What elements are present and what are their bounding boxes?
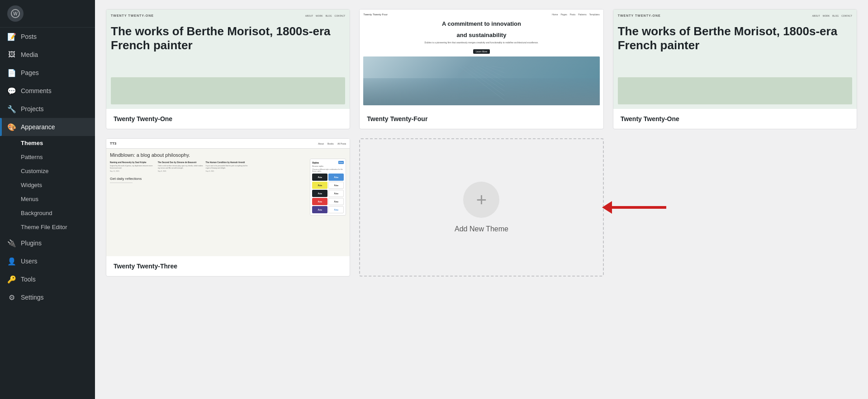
sidebar-item-appearance[interactable]: 🎨 Appearance — [0, 118, 95, 136]
add-theme-plus-icon: + — [463, 182, 499, 218]
ttf-building-image — [363, 56, 599, 105]
tti-nav-link-work: WORK — [316, 14, 323, 17]
style-swatch-light2: Aa● — [328, 190, 344, 197]
ttt-styles-title: Browse styles — [312, 165, 344, 167]
ttt-book-1: Naming and Necessity by Saul Kripke Insp… — [110, 161, 156, 172]
style-swatch-dark: Aa● — [312, 174, 327, 181]
ttt-book-2: The Second Sex by Simone de Beauvoir I f… — [158, 161, 204, 172]
tools-icon: 🔑 — [7, 275, 16, 284]
ttf-nav-brand: Twenty Twenty Four — [363, 13, 388, 16]
style-swatch-dark2: Aa● — [312, 190, 327, 197]
sidebar-item-pages-label: Pages — [21, 69, 39, 76]
sidebar-item-media-label: Media — [21, 51, 38, 58]
style-swatch-red: Aa● — [312, 198, 327, 205]
posts-icon: 📝 — [7, 32, 16, 41]
sidebar-item-projects-label: Projects — [21, 105, 44, 113]
ttt-styles-panel: Styles Beta Browse styles Choose a diffe… — [310, 159, 346, 216]
tti-nav-link-contact: CONTACT — [335, 14, 346, 17]
settings-icon: ⚙ — [7, 293, 16, 302]
style-swatch-light: Aa● — [328, 182, 344, 189]
theme-card-add-new[interactable]: + Add New Theme — [359, 138, 603, 277]
pages-icon: 📄 — [7, 68, 16, 77]
sidebar-item-patterns[interactable]: Patterns — [0, 150, 95, 164]
appearance-icon: 🎨 — [7, 122, 16, 131]
ttf-headline-2: and sustainability — [363, 32, 599, 39]
style-swatch-lightblue: Aa● — [328, 206, 344, 213]
svg-line-6 — [477, 66, 504, 82]
sidebar-item-pages[interactable]: 📄 Pages — [0, 64, 95, 82]
sidebar-item-settings-label: Settings — [21, 294, 44, 301]
projects-icon: 🔧 — [7, 104, 16, 113]
svg-line-8 — [486, 66, 504, 73]
theme-card-tti-2-label: Twenty Twenty-One — [613, 109, 857, 129]
sidebar-item-tools-label: Tools — [21, 276, 36, 283]
style-swatch-yellow: Aa● — [312, 182, 327, 189]
tti2-heading: The works of Berthe Morisot, 1800s-era F… — [618, 24, 852, 52]
add-theme-arrow — [602, 201, 666, 214]
tti2-bottom-image — [618, 77, 852, 104]
ttf-nav-link-patterns: Patterns — [578, 13, 587, 16]
sidebar-logo: W — [0, 0, 95, 28]
theme-preview-tti-2: TWENTY TWENTY-ONE ABOUT WORK BLOG CONTAC… — [613, 9, 857, 109]
themes-grid: TWENTY TWENTY-ONE ABOUT WORK BLOG CONTAC… — [106, 9, 857, 277]
style-swatch-purple: Aa● — [312, 206, 327, 213]
theme-card-ttf[interactable]: Twenty Twenty Four Home Pages Posts Patt… — [359, 9, 603, 129]
svg-text:W: W — [13, 11, 18, 16]
ttf-nav-link-templates: Templates — [589, 13, 600, 16]
media-icon: 🖼 — [7, 50, 16, 59]
sidebar-item-themes[interactable]: Themes — [0, 136, 95, 150]
svg-line-5 — [472, 66, 504, 86]
sidebar-item-plugins-label: Plugins — [21, 239, 42, 247]
svg-line-9 — [491, 66, 504, 68]
ttf-nav-link-home: Home — [552, 13, 558, 16]
sidebar-item-settings[interactable]: ⚙ Settings — [0, 288, 95, 306]
ttf-headline-1: A commitment to innovation — [363, 20, 599, 28]
sidebar-item-tools[interactable]: 🔑 Tools — [0, 270, 95, 288]
theme-card-tti-2[interactable]: TWENTY TWENTY-ONE ABOUT WORK BLOG CONTAC… — [613, 9, 857, 129]
theme-card-ttt[interactable]: TT3 About Books All Posts Styles — [106, 138, 350, 277]
sidebar-item-posts[interactable]: 📝 Posts — [0, 28, 95, 46]
ttt-headline: Mindblown: a blog about philosophy. — [110, 152, 251, 158]
wp-logo-icon: W — [7, 5, 24, 22]
theme-preview-ttt: TT3 About Books All Posts Styles — [106, 139, 350, 256]
tti-heading: The works of Berthe Morisot, 1800s-era F… — [111, 24, 345, 52]
tti-nav-link-blog: BLOG — [326, 14, 332, 17]
ttt-brand: TT3 — [110, 141, 116, 146]
sidebar-item-users-label: Users — [21, 258, 38, 265]
ttf-subtext: Dublex is a pioneering firm that seamles… — [363, 41, 599, 44]
main-content: TWENTY TWENTY-ONE ABOUT WORK BLOG CONTAC… — [95, 0, 868, 399]
ttf-nav-link-posts: Posts — [570, 13, 576, 16]
ttt-styles-sub: Choose a different style combination for… — [312, 169, 344, 172]
plugins-icon: 🔌 — [7, 239, 16, 248]
style-swatch-blue: Aa● — [328, 174, 344, 181]
style-swatch-light3: Aa● — [328, 198, 344, 205]
sidebar-item-menus[interactable]: Menus — [0, 192, 95, 206]
sidebar-item-customize[interactable]: Customize — [0, 164, 95, 178]
tti-nav-link-about: ABOUT — [305, 14, 313, 17]
tti-nav-brand: TWENTY TWENTY-ONE — [111, 14, 154, 17]
sidebar-item-projects[interactable]: 🔧 Projects — [0, 100, 95, 118]
svg-line-2 — [459, 66, 504, 100]
appearance-submenu: Themes Patterns Customize Widgets Menus … — [0, 136, 95, 234]
ttt-book-3: The Human Condition by Hannah Arendt I t… — [206, 161, 252, 172]
sidebar-item-users[interactable]: 👤 Users — [0, 252, 95, 270]
theme-card-tti-1[interactable]: TWENTY TWENTY-ONE ABOUT WORK BLOG CONTAC… — [106, 9, 350, 129]
sidebar-item-media[interactable]: 🖼 Media — [0, 46, 95, 64]
sidebar-item-comments-label: Comments — [21, 87, 52, 94]
sidebar-item-plugins[interactable]: 🔌 Plugins — [0, 234, 95, 252]
theme-card-ttf-label: Twenty Twenty-Four — [360, 109, 603, 129]
sidebar-item-theme-file-editor[interactable]: Theme File Editor — [0, 220, 95, 234]
comments-icon: 💬 — [7, 86, 16, 95]
sidebar-item-appearance-label: Appearance — [21, 123, 55, 131]
theme-card-ttt-label: Twenty Twenty-Three — [106, 256, 350, 276]
sidebar-item-widgets[interactable]: Widgets — [0, 178, 95, 192]
sidebar-item-comments[interactable]: 💬 Comments — [0, 82, 95, 100]
theme-card-tti-1-label: Twenty Twenty-One — [106, 109, 350, 129]
ttt-books-row: Naming and Necessity by Saul Kripke Insp… — [110, 161, 251, 172]
sidebar-item-posts-label: Posts — [21, 33, 37, 40]
sidebar-item-background[interactable]: Background — [0, 206, 95, 220]
theme-preview-tti-1: TWENTY TWENTY-ONE ABOUT WORK BLOG CONTAC… — [106, 9, 350, 109]
tti-bottom-image — [111, 77, 345, 104]
svg-line-4 — [468, 66, 504, 91]
tti2-nav-brand: TWENTY TWENTY-ONE — [618, 14, 661, 17]
